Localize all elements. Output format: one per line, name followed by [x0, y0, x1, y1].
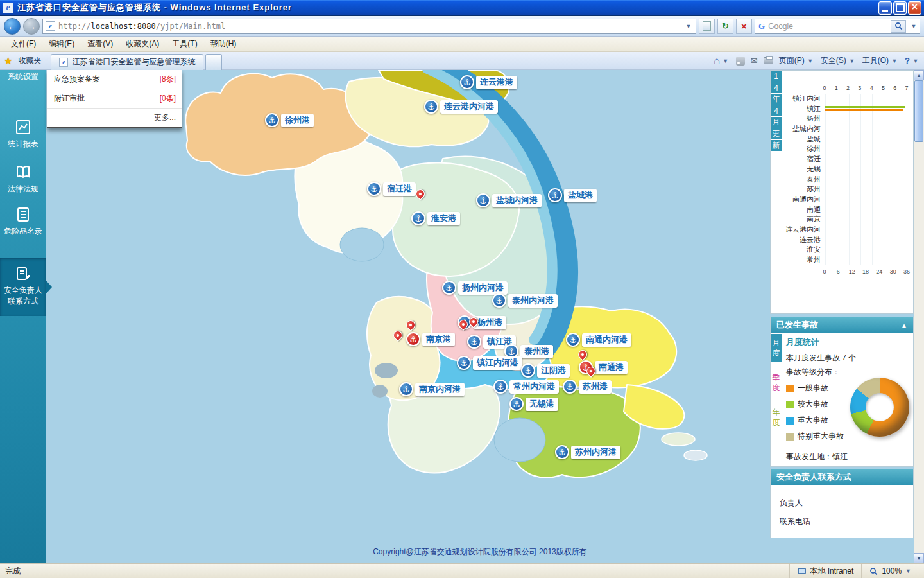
menu-help[interactable]: 帮助(H) [205, 37, 243, 51]
incident-pin[interactable] [578, 350, 587, 359]
port-marker[interactable]: ⚓宿迁港 [367, 182, 416, 196]
help-button[interactable]: ?▼ [905, 56, 920, 66]
port-label[interactable]: 泰州港 [520, 345, 553, 358]
refresh-button[interactable]: ↻ [717, 19, 733, 34]
incident-pin[interactable] [393, 331, 402, 340]
port-marker[interactable]: ⚓泰州内河港 [492, 293, 558, 308]
quick-item-certificate-review[interactable]: 附证审批 [0条] [47, 89, 182, 109]
port-marker[interactable]: ⚓江阴港 [521, 363, 570, 378]
close-button[interactable] [908, 1, 921, 15]
port-marker[interactable]: ⚓盐城内河港 [476, 193, 542, 207]
accidents-header[interactable]: 已发生事故 ▲ [771, 317, 913, 333]
sidebar-item-safety-contacts[interactable]: 安全负责人联系方式 [0, 258, 46, 316]
maximize-button[interactable] [893, 1, 907, 15]
scroll-thumb[interactable] [914, 80, 923, 142]
port-marker[interactable]: ⚓南通内河港 [566, 333, 631, 347]
port-label[interactable]: 南京港 [422, 333, 455, 346]
port-label[interactable]: 南通港 [595, 361, 628, 374]
scroll-up-icon[interactable]: ▲ [914, 70, 924, 80]
feed-icon[interactable] [736, 57, 745, 66]
print-icon[interactable] [764, 57, 773, 64]
back-button[interactable]: ← [4, 18, 21, 35]
port-marker[interactable]: ⚓连云港港 [460, 75, 517, 89]
accident-period-tab[interactable]: 年度 [771, 403, 782, 432]
url-dropdown-icon[interactable]: ▼ [684, 23, 693, 30]
port-label[interactable]: 苏州内河港 [571, 446, 620, 459]
mail-icon[interactable]: ✉ [751, 56, 758, 66]
port-label[interactable]: 南京内河港 [415, 383, 465, 396]
menu-tools[interactable]: 工具(T) [166, 37, 203, 51]
port-marker[interactable]: ⚓南京港 [406, 332, 455, 346]
incident-pin[interactable] [406, 320, 415, 329]
favorites-star-icon[interactable]: ★ [4, 55, 12, 67]
sidebar-item-system-settings[interactable]: 系统设置 [0, 71, 46, 82]
port-label[interactable]: 宿迁港 [383, 182, 416, 196]
url-text[interactable]: http://localhost:8080/yjpt/Main.html [58, 22, 681, 31]
port-label[interactable]: 扬州内河港 [458, 281, 508, 295]
security-menu-button[interactable]: 安全(S)▼ [821, 55, 857, 66]
search-dropdown-icon[interactable]: ▼ [909, 23, 918, 30]
port-label[interactable]: 江阴港 [537, 364, 570, 378]
home-button[interactable]: ⌂▼ [714, 55, 730, 67]
sidebar-item-laws[interactable]: 法律法规 [0, 164, 46, 195]
menu-edit[interactable]: 编辑(E) [43, 37, 80, 51]
port-marker[interactable]: ⚓镇江内河港 [457, 356, 522, 370]
incident-pin[interactable] [416, 189, 425, 198]
scroll-down-icon[interactable]: ▼ [914, 553, 924, 563]
port-label[interactable]: 淮安港 [427, 212, 460, 225]
new-tab-button[interactable] [205, 54, 222, 70]
vertical-scrollbar[interactable]: ▲ ▼ [914, 70, 924, 563]
compatibility-view-button[interactable] [699, 19, 715, 34]
accident-period-tab[interactable]: 月度 [771, 334, 782, 362]
incident-pin[interactable] [469, 317, 478, 326]
port-marker[interactable]: ⚓南京内河港 [399, 382, 465, 396]
menu-file[interactable]: 文件(F) [5, 37, 42, 51]
zoom-dropdown-icon[interactable]: ▼ [905, 568, 911, 574]
port-marker[interactable]: ⚓无锡港 [509, 397, 558, 411]
port-marker[interactable]: ⚓淮安港 [411, 211, 460, 225]
port-marker[interactable]: ⚓扬州内河港 [442, 281, 508, 295]
contacts-header[interactable]: 安全负责人联系方式 [771, 469, 913, 485]
port-label[interactable]: 南通内河港 [582, 333, 631, 347]
port-label[interactable]: 盐城内河港 [492, 194, 542, 207]
search-input[interactable]: Google [768, 22, 887, 31]
forward-button[interactable]: → [23, 18, 40, 35]
port-marker[interactable]: ⚓徐州港 [265, 113, 314, 127]
port-marker[interactable]: ⚓苏州港 [563, 380, 612, 394]
incident-pin[interactable] [459, 320, 468, 329]
page-menu-button[interactable]: 页面(P)▼ [779, 55, 815, 66]
sidebar-item-statistics[interactable]: 统计报表 [0, 119, 46, 150]
search-box[interactable]: G Google ▼ [755, 19, 920, 34]
tools-menu-button[interactable]: 工具(O)▼ [862, 55, 899, 66]
port-label[interactable]: 苏州港 [579, 380, 612, 394]
port-label[interactable]: 扬州港 [474, 316, 506, 329]
menu-favorites[interactable]: 收藏夹(A) [120, 37, 165, 51]
port-label[interactable]: 常州内河港 [509, 380, 559, 394]
port-marker[interactable]: ⚓盐城港 [548, 188, 597, 202]
port-label[interactable]: 泰州内河港 [508, 294, 558, 308]
favorites-button[interactable]: 收藏夹 [15, 53, 44, 68]
address-field[interactable]: e http://localhost:8080/yjpt/Main.html ▼ [42, 19, 696, 34]
sidebar-item-hazmat-list[interactable]: 危险品名录 [0, 206, 46, 237]
home-dropdown-icon[interactable]: ▼ [721, 58, 730, 64]
port-marker[interactable]: ⚓连云港内河港 [424, 100, 498, 114]
port-marker[interactable]: ⚓苏州内河港 [555, 445, 620, 459]
port-label[interactable]: 盐城港 [564, 189, 597, 202]
accident-period-tab[interactable]: 季度 [771, 369, 782, 397]
port-marker[interactable]: ⚓常州内河港 [493, 380, 559, 394]
stop-button[interactable]: × [736, 19, 752, 34]
collapse-arrow-icon[interactable]: ▲ [901, 322, 907, 329]
port-label[interactable]: 无锡港 [526, 398, 558, 411]
port-label[interactable]: 镇江内河港 [473, 356, 522, 370]
quick-item-emergency-plan[interactable]: 应急预案备案 [8条] [47, 70, 182, 89]
page-tab[interactable]: e 江苏省港口安全监管与应急管理系统 [51, 54, 203, 70]
zoom-control[interactable]: 100% ▼ [861, 564, 919, 578]
port-label[interactable]: 连云港港 [476, 76, 517, 89]
incident-pin[interactable] [586, 367, 595, 376]
search-button[interactable] [891, 20, 906, 33]
port-label[interactable]: 连云港内河港 [440, 100, 498, 114]
port-label[interactable]: 徐州港 [281, 114, 314, 127]
minimize-button[interactable] [878, 1, 892, 15]
menu-view[interactable]: 查看(V) [81, 37, 119, 51]
more-link[interactable]: 更多... [47, 109, 182, 127]
